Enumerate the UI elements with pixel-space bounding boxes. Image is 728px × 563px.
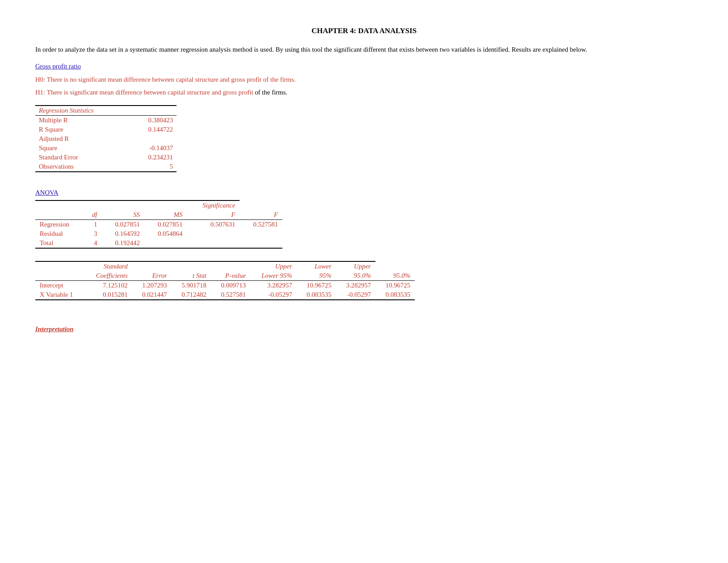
chapter-title: CHAPTER 4: DATA ANALYSIS (35, 26, 693, 35)
coefficients-table: Standard Upper Lower Upper Coefficients … (35, 261, 415, 300)
anova-label-regression: Regression (35, 220, 84, 230)
table-row: Adjusted R (35, 134, 176, 144)
anova-regression-f: 0.507631 (187, 220, 240, 230)
coeff-xvar1-pval: 0.527581 (211, 290, 250, 300)
table-row: X Variable 1 0.015281 0.021447 0.712482 … (35, 290, 415, 300)
anova-col-ms: MS (144, 210, 187, 220)
h1-text: H1: There is significant mean difference… (35, 87, 693, 98)
h1-colored-part: H1: There is significant mean difference… (35, 89, 253, 96)
h1-black-part: of the firms. (253, 89, 287, 96)
intro-paragraph: In order to analyze the data set in a sy… (35, 44, 693, 55)
anova-top-border-row: Significance (35, 200, 282, 210)
coeff-col-lower950: 95.0% (336, 271, 375, 281)
coeff-header-lower1: Lower (296, 261, 336, 271)
coeff-xvar1-err: 0.021447 (132, 290, 171, 300)
table-row: R Square 0.144722 (35, 125, 176, 134)
coeff-col-lower95: Lower 95% (250, 271, 296, 281)
reg-value-adj-r (119, 134, 176, 144)
anova-residual-ss: 0.164592 (101, 229, 144, 238)
coeff-header-upper2: Upper (336, 261, 375, 271)
anova-label-total: Total (35, 238, 84, 248)
coeff-xvar1-upper950: 0.083535 (375, 290, 415, 300)
coeff-xvar1-lower950: -0.05297 (336, 290, 375, 300)
anova-col-df: df (84, 210, 101, 220)
anova-table: Significance df SS MS F F Regression 1 0… (35, 200, 282, 249)
coeff-xvar1-lower95: -0.05297 (250, 290, 296, 300)
anova-total-ss: 0.192442 (101, 238, 144, 248)
anova-col-sigf: F (240, 210, 282, 220)
anova-regression-sig: 0.527581 (240, 220, 282, 230)
coeff-intercept-upper950: 10.96725 (375, 281, 415, 291)
reg-value-stderr: 0.234231 (119, 153, 176, 162)
table-row: Square -0.14037 (35, 144, 176, 153)
coeff-col-upper950: 95.0% (375, 271, 415, 281)
reg-value-multiple-r: 0.380423 (119, 116, 176, 125)
reg-value-obs: 5 (119, 162, 176, 172)
reg-value-rsquare: 0.144722 (119, 125, 176, 134)
anova-regression-ss: 0.027851 (101, 220, 144, 230)
coeff-col-pvalue: P-value (211, 271, 250, 281)
table-row: Regression 1 0.027851 0.027851 0.507631 … (35, 220, 282, 230)
table-row: Total 4 0.192442 (35, 238, 282, 248)
interpretation-label: Interpretation (35, 325, 74, 333)
coeff-top-border-row: Standard Upper Lower Upper (35, 261, 415, 271)
coeff-col-coefficients: Coefficients (85, 271, 132, 281)
anova-sig-header: Significance (187, 200, 240, 210)
table-row: Observations 5 (35, 162, 176, 172)
coeff-intercept-err: 1.207293 (132, 281, 171, 291)
table-row: Intercept 7.125102 1.207293 5.901718 0.0… (35, 281, 415, 291)
anova-label: ANOVA (35, 189, 58, 196)
coeff-xvar1-upper95: 0.083535 (296, 290, 336, 300)
gross-profit-link[interactable]: Gross profit ratio (35, 63, 81, 70)
reg-label-obs: Observations (35, 162, 119, 172)
coeff-xvar1-tstat: 0.712482 (172, 290, 211, 300)
regression-stats-wrapper: Regression Statistics Multiple R 0.38042… (35, 105, 176, 172)
anova-col-header-row: df SS MS F F (35, 210, 282, 220)
table-row: Multiple R 0.380423 (35, 116, 176, 125)
table-row: Residual 3 0.164592 0.054864 (35, 229, 282, 238)
reg-label-stderr: Standard Error (35, 153, 119, 162)
reg-label-rsquare: R Square (35, 125, 119, 134)
anova-col-ss: SS (101, 210, 144, 220)
coeff-label-intercept: Intercept (35, 281, 85, 291)
coeff-header-standard: Standard (85, 261, 132, 271)
coeff-intercept-pval: 0.009713 (211, 281, 250, 291)
reg-label-square: Square (35, 144, 119, 153)
anova-total-df: 4 (84, 238, 101, 248)
h0-text: H0: There is no significant mean differe… (35, 75, 693, 85)
coeff-label-xvar1: X Variable 1 (35, 290, 85, 300)
coeff-intercept-lower950: 3.282957 (336, 281, 375, 291)
coeff-intercept-upper95: 10.96725 (296, 281, 336, 291)
coeff-col-error: Error (132, 271, 171, 281)
anova-label-residual: Residual (35, 229, 84, 238)
coeff-xvar1-coeff: 0.015281 (85, 290, 132, 300)
coeff-col-upper95: 95% (296, 271, 336, 281)
anova-residual-ms: 0.054864 (144, 229, 187, 238)
coeff-intercept-tstat: 5.901718 (172, 281, 211, 291)
anova-residual-df: 3 (84, 229, 101, 238)
reg-stats-header: Regression Statistics (35, 106, 176, 116)
reg-value-square: -0.14037 (119, 144, 176, 153)
anova-regression-df: 1 (84, 220, 101, 230)
reg-label-multiple-r: Multiple R (35, 116, 119, 125)
table-row: Standard Error 0.234231 (35, 153, 176, 162)
coeff-header-upper1: Upper (250, 261, 296, 271)
coeff-intercept-coeff: 7.125102 (85, 281, 132, 291)
anova-regression-ms: 0.027851 (144, 220, 187, 230)
anova-col-f: F (187, 210, 240, 220)
coeff-col-tstat: t Stat (172, 271, 211, 281)
coeff-col-header-row: Coefficients Error t Stat P-value Lower … (35, 271, 415, 281)
reg-label-adj-r: Adjusted R (35, 134, 119, 144)
regression-stats-table: Regression Statistics Multiple R 0.38042… (35, 105, 176, 172)
coeff-intercept-lower95: 3.282957 (250, 281, 296, 291)
